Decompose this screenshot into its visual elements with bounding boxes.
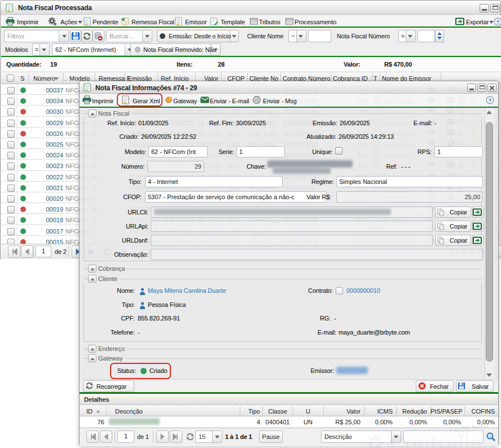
svg-text:?: ? [496, 19, 499, 25]
svg-text:@: @ [254, 97, 259, 103]
svg-text:?: ? [488, 97, 491, 103]
